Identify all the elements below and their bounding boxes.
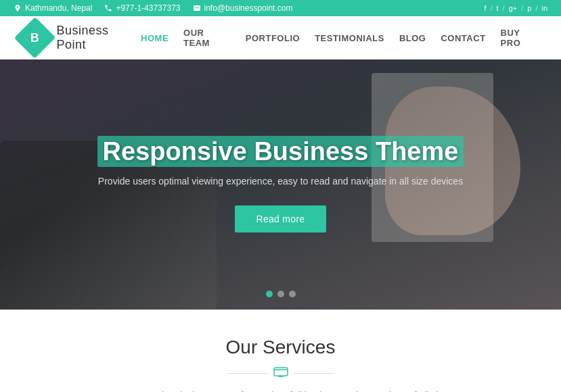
- social-pinterest[interactable]: p: [527, 4, 531, 12]
- email-item: info@businesspoint.com: [193, 3, 293, 13]
- slider-dot-3[interactable]: [289, 291, 296, 297]
- nav-home[interactable]: HOME: [141, 33, 169, 43]
- slider-dot-2[interactable]: [277, 291, 284, 297]
- location-icon: [14, 4, 22, 12]
- slider-dot-1[interactable]: [266, 291, 273, 297]
- social-instagram[interactable]: in: [541, 4, 547, 12]
- divider-line-right: [294, 373, 334, 374]
- social-sep2: /: [503, 4, 505, 12]
- services-section: Our Services We are creative design agen…: [0, 310, 561, 392]
- services-title: Our Services: [14, 337, 547, 358]
- top-bar: Kathmandu, Nepal +977-1-43737373 info@bu…: [0, 0, 561, 16]
- services-divider: [14, 366, 547, 381]
- hero-section: Responsive Business Theme Provide users …: [0, 59, 561, 310]
- phone-text: +977-1-43737373: [116, 3, 180, 13]
- email-icon: [193, 4, 201, 12]
- social-sep1: /: [490, 4, 492, 12]
- logo-text: Business Point: [56, 24, 141, 52]
- social-sep3: /: [521, 4, 523, 12]
- hero-title: Responsive Business Theme: [97, 137, 464, 166]
- location-item: Kathmandu, Nepal: [14, 3, 92, 13]
- nav-blog[interactable]: BLOG: [399, 33, 426, 43]
- hero-title-highlight: Responsive Business Theme: [97, 136, 464, 167]
- slider-dots: [266, 291, 296, 297]
- top-bar-left: Kathmandu, Nepal +977-1-43737373 info@bu…: [14, 3, 292, 13]
- social-icons: f / t / g+ / p / in: [484, 4, 547, 12]
- read-more-button[interactable]: Read more: [235, 205, 327, 232]
- social-sep4: /: [535, 4, 537, 12]
- nav-our-team[interactable]: OUR TEAM: [183, 28, 231, 48]
- logo-icon: B: [14, 17, 56, 59]
- nav-buy-pro[interactable]: BUY PRO: [501, 28, 541, 48]
- hero-subtitle: Provide users optimal viewing experience…: [97, 176, 464, 187]
- logo-letter: B: [30, 30, 39, 45]
- location-text: Kathmandu, Nepal: [25, 3, 92, 13]
- phone-icon: [104, 4, 112, 12]
- nav-contact[interactable]: CONTACT: [441, 33, 485, 43]
- svg-rect-0: [274, 368, 288, 376]
- main-nav: HOME OUR TEAM PORTFOLIO TESTIMONIALS BLO…: [141, 28, 541, 48]
- social-gplus[interactable]: g+: [509, 4, 518, 12]
- logo[interactable]: B Business Point: [20, 23, 141, 53]
- phone-item: +977-1-43737373: [104, 3, 180, 13]
- nav-portfolio[interactable]: PORTFOLIO: [246, 33, 300, 43]
- social-facebook[interactable]: f: [484, 4, 486, 12]
- divider-line-left: [227, 373, 268, 374]
- hero-content: Responsive Business Theme Provide users …: [84, 137, 478, 232]
- nav-testimonials[interactable]: TESTIMONIALS: [315, 33, 384, 43]
- header: B Business Point HOME OUR TEAM PORTFOLIO…: [0, 16, 561, 59]
- email-text: info@businesspoint.com: [204, 3, 293, 13]
- services-divider-icon: [273, 366, 288, 381]
- social-twitter[interactable]: t: [497, 4, 499, 12]
